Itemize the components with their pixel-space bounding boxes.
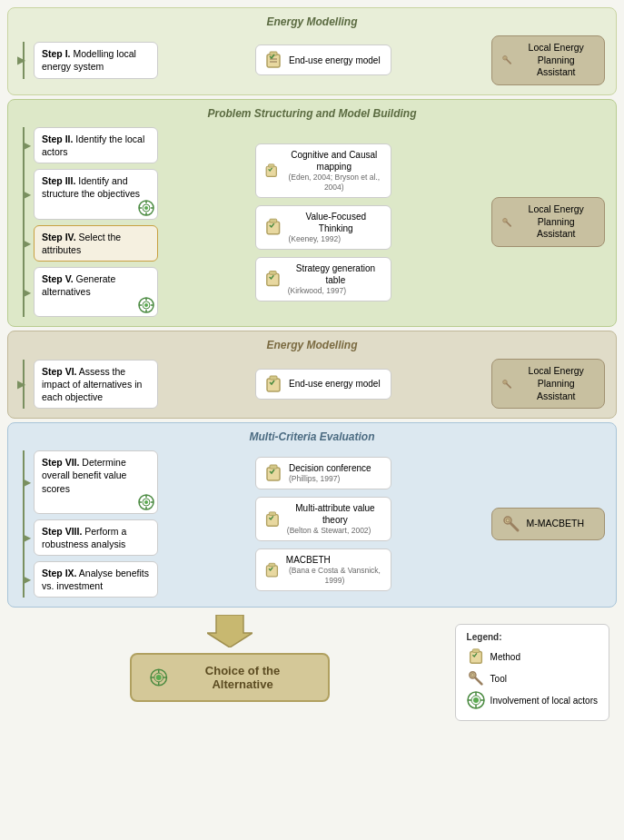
section-problem-structuring: Problem Structuring and Model Building ▶… xyxy=(7,99,617,327)
actor-badge-choice xyxy=(150,668,167,687)
steps-col-2: ▶ Step II. Identify the local actors ▶ S… xyxy=(17,127,158,317)
tool-box-mmacbeth[interactable]: M-MACBETH xyxy=(491,508,605,540)
svg-point-58 xyxy=(156,676,162,681)
arrow-down-icon xyxy=(207,615,253,647)
step-box-5[interactable]: Step V. Generate alternatives xyxy=(34,267,158,317)
legend-title: Legend: xyxy=(467,632,598,642)
svg-rect-60 xyxy=(472,649,479,653)
step-iv-wrapper: ▶ Step IV. Select the attributes xyxy=(34,225,158,262)
method-ref-macbeth: (Bana e Costa & Vansnick, 1999) xyxy=(286,566,383,586)
step-v-wrapper: ▶ Step V. Generate alternatives xyxy=(34,267,158,317)
tool-box-lepa-1[interactable]: Local Energy Planning Assistant xyxy=(491,35,605,85)
tool-icon-1 xyxy=(501,50,512,70)
svg-line-29 xyxy=(506,222,510,226)
clipboard-icon-4 xyxy=(263,269,282,289)
legend-actor-label: Involvement of local actors xyxy=(490,696,598,706)
step-ii-wrapper: ▶ Step II. Identify the local actors xyxy=(34,127,158,163)
method-ref-strategy: (Kirkwood, 1997) xyxy=(288,286,346,296)
legend-method-label: Method xyxy=(490,652,520,662)
step-box-4[interactable]: Step IV. Select the attributes xyxy=(34,225,158,262)
tool-label-lepa-1: Local Energy Planning Assistant xyxy=(518,42,595,79)
clipboard-icon-5 xyxy=(263,374,283,394)
method-box-cognitive[interactable]: Cognitive and Causal mapping (Eden, 2004… xyxy=(255,143,391,198)
svg-rect-24 xyxy=(270,219,277,222)
choice-area: Choice of the Alternative xyxy=(15,615,446,702)
step-box-9[interactable]: Step IX. Analyse benefits vs. investment xyxy=(34,561,158,598)
method-label-decision: Decision conference xyxy=(289,462,371,474)
legend-tool-label: Tool xyxy=(490,674,507,684)
svg-rect-43 xyxy=(270,465,277,469)
clipboard-icon-7 xyxy=(263,509,282,529)
method-label-strategy: Strategy generation table xyxy=(288,262,383,286)
method-box-mavt[interactable]: Multi-attribute value theory (Belton & S… xyxy=(255,497,391,541)
clipboard-icon-6 xyxy=(263,463,283,483)
steps-col-3: ▶ Step VI. Assess the impact of alternat… xyxy=(17,360,158,410)
method-box-strategy[interactable]: Strategy generation table (Kirkwood, 199… xyxy=(255,257,391,301)
legend-method-icon xyxy=(467,647,485,666)
svg-line-6 xyxy=(506,60,510,64)
svg-rect-22 xyxy=(269,163,274,166)
tool-label-lepa-3: Local Energy Planning Assistant xyxy=(518,365,595,402)
down-arrow xyxy=(207,615,253,649)
method-label-end-use-2: End-use energy model xyxy=(289,378,381,390)
actor-badge-5 xyxy=(138,297,154,313)
bottom-section: Choice of the Alternative Legend: Method xyxy=(7,615,617,721)
tool-box-lepa-2[interactable]: Local Energy Planning Assistant xyxy=(491,197,605,247)
tool-box-lepa-3[interactable]: Local Energy Planning Assistant xyxy=(491,359,605,409)
svg-line-50 xyxy=(510,523,518,530)
arrow-1: ▶ xyxy=(17,54,25,66)
method-label-mavt: Multi-attribute value theory xyxy=(287,502,383,526)
steps-col-1: ▶ Step I. Modelling local energy system xyxy=(17,42,158,78)
svg-marker-51 xyxy=(207,615,253,647)
tools-col-4: M-MACBETH xyxy=(489,508,607,540)
clipboard-icon-3 xyxy=(263,217,283,237)
clipboard-icon-8 xyxy=(263,560,281,580)
actor-badge-7 xyxy=(138,494,154,510)
svg-line-34 xyxy=(506,383,510,388)
legend-item-method: Method xyxy=(467,647,598,666)
step-label-1: Step I. xyxy=(42,48,71,59)
methods-col-3: End-use energy model xyxy=(165,369,481,400)
diagram-container: Energy Modelling ▶ Step I. Modelling loc… xyxy=(0,0,624,728)
step-viii-wrapper: ▶ Step VIII. Perform a robustness analys… xyxy=(34,519,158,556)
method-box-macbeth[interactable]: MACBETH (Bana e Costa & Vansnick, 1999) xyxy=(255,548,391,591)
legend-item-actor: Involvement of local actors xyxy=(467,691,598,709)
section-title-energy-1: Energy Modelling xyxy=(17,15,607,28)
step-box-3[interactable]: Step III. Identify and structure the obj… xyxy=(34,169,158,219)
actor-badge-3 xyxy=(138,200,154,216)
tool-icon-3 xyxy=(501,374,512,394)
step-box-6[interactable]: Step VI. Assess the impact of alternativ… xyxy=(34,360,158,410)
step-iii-wrapper: ▶ Step III. Identify and structure the o… xyxy=(34,169,158,219)
svg-rect-47 xyxy=(269,563,275,566)
step-box-7[interactable]: Step VII. Determine overall benefit valu… xyxy=(34,450,158,514)
step-ix-wrapper: ▶ Step IX. Analyse benefits vs. investme… xyxy=(34,561,158,598)
choice-label: Choice of the Alternative xyxy=(175,664,311,691)
method-box-vft[interactable]: Value-Focused Thinking (Keeney, 1992) xyxy=(255,205,391,250)
tools-col-1: Local Energy Planning Assistant xyxy=(489,35,607,85)
svg-line-63 xyxy=(475,678,481,685)
method-box-decision[interactable]: Decision conference (Phillips, 1997) xyxy=(255,457,391,489)
method-ref-cognitive: (Eden, 2004; Bryson et al., 2004) xyxy=(285,173,383,193)
step-vii-wrapper: ▶ Step VII. Determine overall benefit va… xyxy=(34,450,158,514)
method-box-end-use-1[interactable]: End-use energy model xyxy=(255,44,391,75)
step-box-1[interactable]: Step I. Modelling local energy system xyxy=(34,42,158,78)
section-title-problem: Problem Structuring and Model Building xyxy=(17,107,607,120)
section-row-3: ▶ Step VI. Assess the impact of alternat… xyxy=(17,359,607,409)
tool-icon-4 xyxy=(501,514,521,534)
choice-box[interactable]: Choice of the Alternative xyxy=(130,653,330,702)
step-box-8[interactable]: Step VIII. Perform a robustness analysis xyxy=(34,519,158,556)
section-row-1: ▶ Step I. Modelling local energy system xyxy=(17,35,607,85)
method-label-vft: Value-Focused Thinking xyxy=(289,211,384,234)
svg-rect-26 xyxy=(270,272,277,275)
svg-point-13 xyxy=(144,206,148,210)
methods-col-4: Decision conference (Phillips, 1997) Mul… xyxy=(165,457,481,591)
svg-point-20 xyxy=(144,303,148,307)
method-box-end-use-2[interactable]: End-use energy model xyxy=(255,369,391,400)
legend-tool-icon xyxy=(467,669,485,687)
method-ref-vft: (Keeney, 1992) xyxy=(289,234,342,244)
methods-col-1: End-use energy model xyxy=(165,44,481,75)
legend-item-tool: Tool xyxy=(467,669,598,687)
section-row-2: ▶ Step II. Identify the local actors ▶ S… xyxy=(17,127,607,317)
method-ref-decision: (Phillips, 1997) xyxy=(289,474,340,484)
step-box-2[interactable]: Step II. Identify the local actors xyxy=(34,127,158,163)
